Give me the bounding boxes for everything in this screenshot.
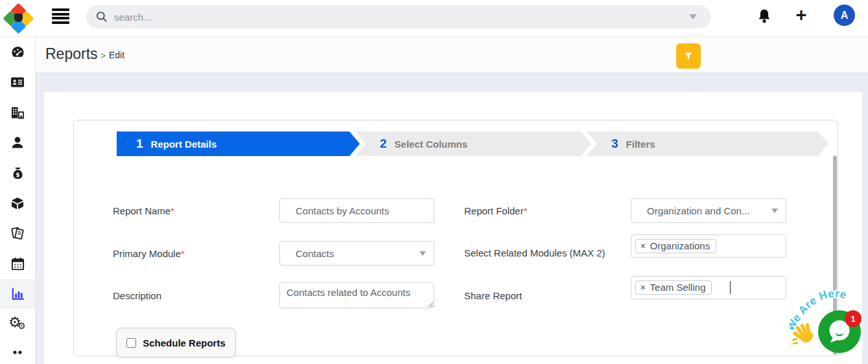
step-number: 1 [136, 137, 143, 151]
label-text: Select Related Modules (MAX 2) [464, 247, 605, 258]
report-name-input[interactable] [279, 198, 434, 223]
breadcrumb-section[interactable]: Reports [45, 45, 98, 63]
chevron-down-icon [419, 251, 426, 256]
report-folder-select[interactable]: Organization and Con... [631, 198, 786, 223]
breadcrumb-separator: > [100, 51, 106, 61]
organizations-icon [10, 105, 25, 120]
settings-gears-icon: ⚙⚙ [10, 317, 25, 332]
tag-organizations: × Organizations [635, 239, 716, 253]
tag-label: Team Selling [650, 282, 706, 293]
report-folder-label: Report Folder* [464, 205, 528, 216]
report-name-label: Report Name* [113, 205, 174, 216]
contacts-icon [10, 74, 25, 90]
chevron-down-icon [771, 209, 778, 213]
primary-module-label: Primary Module* [113, 248, 185, 259]
reports-chart-icon [10, 286, 25, 301]
sidebar-item-contacts[interactable] [0, 67, 35, 98]
calendar-icon [10, 256, 25, 271]
chat-unread-badge: 1 [845, 310, 862, 327]
description-textarea[interactable]: Contacts related to Accounts [279, 282, 434, 308]
required-mark: * [170, 205, 174, 216]
step-label: Select Columns [395, 139, 468, 150]
wizard-step-filters[interactable]: 3 Filters [587, 131, 828, 156]
dashboard-icon [10, 45, 25, 60]
topbar: search... + A [0, 0, 868, 37]
app-screen: search... + A [0, 0, 868, 364]
documents-icon [10, 225, 25, 241]
report-edit-card: 1 Report Details 2 Select Columns 3 Filt… [73, 120, 838, 356]
sidebar-item-users[interactable] [0, 339, 35, 364]
search-input[interactable]: search... [114, 12, 689, 23]
app-logo-icon [5, 5, 32, 32]
label-text: Report Name [113, 205, 170, 216]
sidebar-item-settings[interactable]: ⚙⚙ [0, 309, 35, 339]
breadcrumb-bar: Reports > Edit [36, 37, 868, 73]
wizard-step-report-details[interactable]: 1 Report Details [117, 131, 360, 156]
breadcrumb-page: Edit [109, 50, 124, 60]
sidebar-item-dashboard[interactable] [0, 37, 35, 67]
tag-label: Organizations [650, 240, 710, 251]
sidebar-item-organizations[interactable] [0, 97, 35, 128]
search-dropdown-caret-icon[interactable] [689, 14, 697, 19]
sidebar-item-deals[interactable]: $ [0, 158, 35, 188]
funnel-icon [682, 50, 695, 63]
label-text: Report Folder [464, 205, 524, 216]
person-icon [10, 135, 25, 150]
notifications-button[interactable] [756, 7, 773, 25]
sidebar-item-calendar[interactable] [0, 249, 35, 279]
primary-module-value: Contacts [296, 248, 334, 259]
search-bar[interactable]: search... [86, 5, 711, 28]
report-folder-value: Organization and Con... [647, 205, 749, 216]
label-text: Primary Module [113, 248, 181, 259]
filter-button[interactable] [676, 43, 701, 69]
sidebar-item-person[interactable] [0, 128, 35, 158]
label-text: Share Report [464, 290, 522, 301]
share-report-multiselect[interactable]: × Team Selling [631, 276, 786, 299]
required-mark: * [181, 248, 185, 259]
sidebar-item-products[interactable] [0, 188, 35, 218]
primary-module-select[interactable]: Contacts [279, 241, 434, 266]
quick-create-button[interactable]: + [792, 4, 810, 26]
tag-team-selling: × Team Selling [635, 280, 712, 295]
required-mark: * [524, 205, 528, 216]
products-box-icon [10, 196, 25, 211]
step-number: 3 [611, 137, 618, 151]
schedule-reports-checkbox[interactable] [126, 338, 136, 348]
money-bag-icon: $ [10, 166, 25, 181]
label-text: Description [113, 290, 161, 301]
related-modules-label: Select Related Modules (MAX 2) [464, 247, 605, 258]
step-label: Report Details [151, 139, 217, 150]
step-number: 2 [380, 137, 387, 151]
step-label: Filters [626, 139, 655, 150]
related-modules-multiselect[interactable]: × Organizations [631, 234, 786, 258]
users-icon [10, 349, 25, 359]
schedule-reports-label: Schedule Reports [143, 337, 226, 348]
svg-text:$: $ [16, 171, 19, 177]
search-icon [95, 10, 108, 23]
user-avatar[interactable]: A [834, 5, 855, 26]
schedule-reports-toggle[interactable]: Schedule Reports [116, 328, 236, 358]
wizard-steps: 1 Report Details 2 Select Columns 3 Filt… [117, 131, 828, 156]
main-panel: 1 Report Details 2 Select Columns 3 Filt… [44, 92, 862, 364]
text-cursor [730, 281, 731, 294]
sidebar-item-reports[interactable] [0, 279, 35, 310]
sidebar: $ [0, 37, 36, 364]
menu-icon[interactable] [52, 8, 69, 25]
share-report-label: Share Report [464, 290, 522, 301]
remove-tag-icon[interactable]: × [640, 282, 646, 292]
remove-tag-icon[interactable]: × [640, 241, 646, 251]
logo-center-mark [14, 14, 23, 22]
wizard-step-select-columns[interactable]: 2 Select Columns [355, 131, 591, 156]
description-label: Description [113, 290, 161, 301]
bell-icon [756, 7, 773, 25]
sidebar-item-invoices[interactable] [0, 218, 35, 249]
app-logo[interactable] [0, 0, 36, 36]
